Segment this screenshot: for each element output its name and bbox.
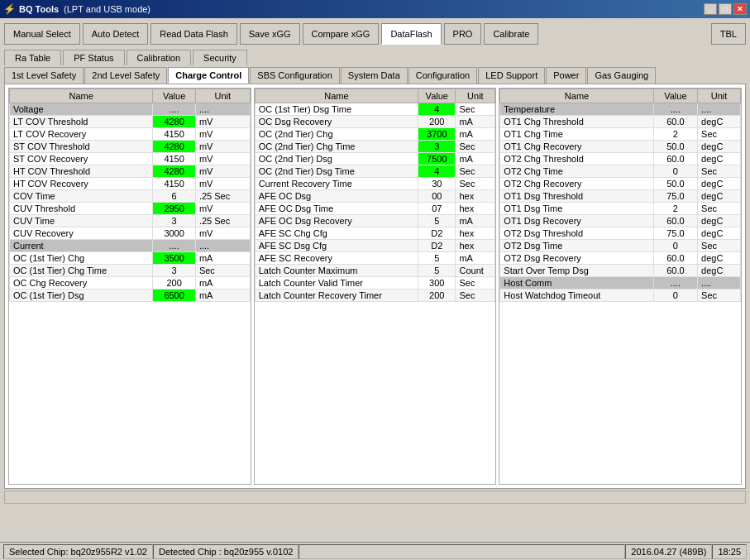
row-value-cell[interactable]: 60.0: [653, 153, 697, 165]
row-unit-cell: Count: [456, 265, 495, 277]
tab-row-2: 1st Level Safety 2nd Level Safety Charge…: [2, 65, 748, 84]
table-row: OT2 Dsg Threshold75.0degC: [500, 227, 741, 240]
row-value-cell[interactable]: D2: [418, 227, 456, 240]
title-icon: ⚡: [3, 3, 16, 15]
save-xgg-button[interactable]: Save xGG: [240, 23, 300, 45]
row-value-cell[interactable]: 50.0: [653, 141, 697, 153]
row-name-cell: OT1 Chg Recovery: [500, 141, 653, 153]
tab-gas-gauging[interactable]: Gas Gauging: [587, 67, 656, 84]
row-value-cell[interactable]: 300: [418, 277, 456, 290]
tab-configuration[interactable]: Configuration: [408, 67, 477, 84]
table-row: Start Over Temp Dsg60.0degC: [500, 265, 741, 277]
auto-detect-button[interactable]: Auto Detect: [83, 23, 148, 45]
tbl-button[interactable]: TBL: [711, 23, 746, 45]
dataflash-button[interactable]: DataFlash: [381, 23, 441, 45]
tab-ra-table[interactable]: Ra Table: [4, 50, 61, 65]
scroll-area[interactable]: [4, 491, 746, 504]
row-value-cell[interactable]: 0: [653, 165, 697, 178]
row-value-cell[interactable]: 5: [418, 215, 456, 227]
row-value-cell[interactable]: 5: [418, 252, 456, 265]
row-value-cell[interactable]: 2: [653, 128, 697, 141]
table-row: OC (1st Tier) Chg Time3Sec: [10, 265, 251, 277]
tab-power[interactable]: Power: [546, 67, 586, 84]
row-name-cell: OC Dsg Recovery: [255, 116, 418, 128]
row-value-cell[interactable]: 4280: [153, 165, 196, 178]
row-unit-cell: Sec: [698, 290, 741, 302]
row-value-cell[interactable]: 2: [653, 203, 697, 215]
row-value-cell[interactable]: 200: [418, 290, 456, 302]
row-value-cell[interactable]: 5: [418, 265, 456, 277]
row-name-cell: AFE OC Dsg: [255, 190, 418, 203]
row-value-cell[interactable]: 7500: [418, 153, 456, 165]
tab-security[interactable]: Security: [193, 50, 247, 65]
row-value-cell[interactable]: 07: [418, 203, 456, 215]
row-value-cell[interactable]: 3700: [418, 128, 456, 141]
tab-system-data[interactable]: System Data: [341, 67, 408, 84]
row-unit-cell: mA: [456, 116, 495, 128]
tab-pf-status[interactable]: PF Status: [63, 50, 124, 65]
row-value-cell: ....: [653, 103, 697, 116]
row-value-cell[interactable]: 4150: [153, 153, 196, 165]
file-info-status: 2016.04.27 (489B): [625, 544, 712, 559]
row-name-cell: OT2 Chg Threshold: [500, 153, 653, 165]
row-value-cell[interactable]: 4: [418, 165, 456, 178]
row-value-cell[interactable]: 4280: [153, 141, 196, 153]
row-unit-cell: Sec: [698, 165, 741, 178]
row-value-cell[interactable]: 4150: [153, 178, 196, 190]
row-value-cell[interactable]: 2950: [153, 203, 196, 215]
calibrate-button[interactable]: Calibrate: [484, 23, 538, 45]
tab-2nd-level-safety[interactable]: 2nd Level Safety: [84, 67, 167, 84]
row-unit-cell: Sec: [456, 277, 495, 290]
close-button[interactable]: ✕: [733, 3, 747, 15]
row-unit-cell: Sec: [698, 203, 741, 215]
tab-calibration[interactable]: Calibration: [127, 50, 192, 65]
row-value-cell[interactable]: 60.0: [653, 215, 697, 227]
row-unit-cell: mA: [195, 290, 250, 302]
row-value-cell[interactable]: 6: [153, 190, 196, 203]
row-value-cell[interactable]: D2: [418, 240, 456, 252]
table-row: OC (2nd Tier) Dsg7500mA: [255, 153, 495, 165]
row-value-cell[interactable]: 3: [418, 141, 456, 153]
row-value-cell[interactable]: 4: [418, 103, 456, 116]
row-unit-cell: ....: [195, 240, 250, 252]
pro-button[interactable]: PRO: [444, 23, 482, 45]
maximize-button[interactable]: □: [719, 3, 732, 15]
row-value-cell[interactable]: 3: [153, 265, 196, 277]
tab-led-support[interactable]: LED Support: [478, 67, 545, 84]
row-value-cell[interactable]: 60.0: [653, 265, 697, 277]
selected-chip-status: Selected Chip: bq20z955R2 v1.02: [3, 544, 153, 559]
table-row: AFE SC Chg CfgD2hex: [255, 227, 495, 240]
row-name-cell: HT COV Threshold: [10, 165, 153, 178]
row-name-cell: OT2 Chg Recovery: [500, 178, 653, 190]
row-value-cell[interactable]: 3: [153, 215, 196, 227]
table-row: OC (1st Tier) Chg3500mA: [10, 252, 251, 265]
row-value-cell[interactable]: 3000: [153, 227, 196, 240]
row-value-cell[interactable]: 3500: [153, 252, 196, 265]
compare-xgg-button[interactable]: Compare xGG: [303, 23, 380, 45]
row-value-cell[interactable]: 200: [153, 277, 196, 290]
tab-1st-level-safety[interactable]: 1st Level Safety: [4, 67, 84, 84]
read-data-flash-button[interactable]: Read Data Flash: [150, 23, 237, 45]
row-value-cell[interactable]: 60.0: [653, 116, 697, 128]
table-row: Host Comm........: [500, 277, 741, 290]
row-value-cell[interactable]: 0: [653, 240, 697, 252]
manual-select-button[interactable]: Manual Select: [4, 23, 80, 45]
row-value-cell[interactable]: 60.0: [653, 252, 697, 265]
row-value-cell[interactable]: 00: [418, 190, 456, 203]
row-value-cell[interactable]: 0: [653, 290, 697, 302]
row-value-cell[interactable]: 4150: [153, 128, 196, 141]
selected-chip-label: Selected Chip: bq20z955R2 v1.02: [9, 547, 147, 557]
minimize-button[interactable]: _: [704, 3, 717, 15]
row-value-cell[interactable]: 4280: [153, 116, 196, 128]
row-name-cell: ST COV Recovery: [10, 153, 153, 165]
row-value-cell[interactable]: 75.0: [653, 227, 697, 240]
row-name-cell: AFE OC Dsg Recovery: [255, 215, 418, 227]
tab-sbs-configuration[interactable]: SBS Configuration: [250, 67, 340, 84]
row-value-cell[interactable]: 200: [418, 116, 456, 128]
row-value-cell[interactable]: 50.0: [653, 178, 697, 190]
row-value-cell[interactable]: 30: [418, 178, 456, 190]
row-value-cell[interactable]: 6500: [153, 290, 196, 302]
row-value-cell[interactable]: 75.0: [653, 190, 697, 203]
tab-charge-control[interactable]: Charge Control: [168, 67, 249, 84]
table-row: OT2 Dsg Recovery60.0degC: [500, 252, 741, 265]
